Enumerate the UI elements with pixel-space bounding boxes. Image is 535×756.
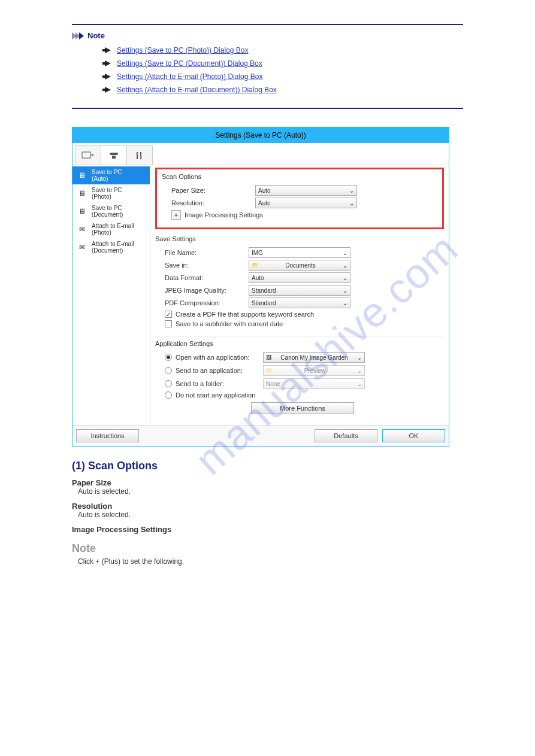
pdf-keyword-label: Create a PDF file that supports keyword … [176, 311, 314, 318]
sidebar-item-sublabel: (Document) [92, 211, 123, 218]
sidebar-item-email-document[interactable]: ✉ Attach to E-mail(Document) [72, 238, 150, 256]
sidebar-item-email-photo[interactable]: ✉ Attach to E-mail(Photo) [72, 220, 150, 238]
pdfcompression-select[interactable]: Standard [249, 297, 350, 308]
mail-icon: ✉ [76, 224, 88, 234]
subfolder-checkbox-row: Save to a subfolder with current date [155, 320, 444, 327]
arrow-right-icon [105, 74, 111, 80]
application-settings-section: Application Settings Open with an applic… [155, 336, 444, 420]
sidebar-item-save-photo[interactable]: 🖥 Save to PC(Photo) [72, 184, 150, 202]
sidebar-item-label: Save to PC [92, 187, 122, 193]
monitor-arrow-icon [81, 151, 95, 160]
defaults-button[interactable]: Defaults [315, 429, 377, 442]
paper-size-heading: Paper Size [72, 478, 463, 487]
sidebar-item-label: Save to PC [92, 169, 122, 175]
sidebar-item-sublabel: (Photo) [92, 229, 134, 236]
paper-size-select[interactable]: Auto [255, 185, 357, 196]
device-icon: 🖥 [76, 171, 88, 180]
device-icon: 🖥 [76, 189, 88, 198]
open-app-select[interactable]: Canon My Image Garden [263, 352, 365, 363]
jpegquality-label: JPEG Image Quality: [165, 287, 249, 294]
sidebar-item-label: Attach to E-mail [92, 241, 134, 247]
note-box: Note Settings (Save to PC (Photo)) Dialo… [72, 24, 463, 109]
open-app-label: Open with an application: [176, 354, 263, 361]
tabs-row [72, 143, 449, 165]
ok-button[interactable]: OK [382, 429, 445, 442]
settings-dialog: Settings (Save to PC (Auto)) 🖥 Save to P… [72, 127, 449, 447]
instructions-button[interactable]: Instructions [76, 429, 139, 442]
resolution-label: Resolution: [171, 199, 255, 207]
note-label: Note [87, 31, 105, 40]
tab-from-panel[interactable] [101, 145, 127, 165]
svg-rect-0 [82, 152, 90, 158]
content-panel: Scan Options Paper Size: Auto Resolution… [150, 165, 449, 425]
section-a-heading: (1) Scan Options [72, 460, 463, 472]
dataformat-select[interactable]: Auto [249, 272, 350, 283]
sidebar-item-label: Save to PC [92, 205, 123, 211]
note-chevron-icon [72, 32, 83, 40]
subfolder-checkbox[interactable] [165, 320, 172, 327]
note-link[interactable]: Settings (Attach to E-mail (Photo)) Dial… [117, 72, 262, 81]
expand-image-processing-button[interactable]: + [171, 210, 181, 220]
filename-input[interactable]: IMG [249, 247, 350, 258]
resolution-heading: Resolution [72, 502, 463, 511]
image-processing-label: Image Processing Settings [185, 211, 263, 218]
send-app-select[interactable]: Preview [263, 365, 365, 376]
note-sub-text: Click + (Plus) to set the following. [78, 557, 463, 566]
sidebar-item-save-auto[interactable]: 🖥 Save to PC(Auto) [72, 166, 150, 184]
paper-size-desc: Auto is selected. [78, 487, 463, 496]
arrow-right-icon [105, 47, 111, 53]
sidebar-item-sublabel: (Photo) [92, 193, 122, 200]
arrow-right-icon [105, 60, 111, 66]
sidebar-item-save-document[interactable]: 🖥 Save to PC(Document) [72, 202, 150, 220]
svg-point-6 [140, 156, 142, 158]
open-app-radio[interactable] [165, 354, 172, 361]
paper-size-label: Paper Size: [171, 187, 255, 194]
subfolder-label: Save to a subfolder with current date [176, 320, 283, 327]
pdf-keyword-checkbox[interactable]: ✓ [165, 311, 172, 318]
scan-options-highlight: Scan Options Paper Size: Auto Resolution… [155, 168, 444, 229]
no-app-label: Do not start any application [176, 391, 255, 399]
send-app-label: Send to an application: [176, 367, 263, 374]
dialog-titlebar: Settings (Save to PC (Auto)) [72, 127, 449, 143]
sidebar: 🖥 Save to PC(Auto) 🖥 Save to PC(Photo) 🖥… [72, 165, 150, 425]
resolution-select[interactable]: Auto [255, 198, 357, 208]
send-app-radio[interactable] [165, 367, 172, 374]
tools-icon [134, 151, 145, 160]
tab-from-computer[interactable] [75, 145, 101, 165]
filename-label: File Name: [165, 249, 249, 256]
send-folder-label: Send to a folder: [176, 380, 263, 387]
note-item: Settings (Attach to E-mail (Photo)) Dial… [105, 72, 463, 81]
dialog-footer: Instructions Defaults OK [72, 425, 449, 446]
no-app-radio[interactable] [165, 391, 172, 399]
svg-rect-1 [110, 153, 118, 155]
jpegquality-select[interactable]: Standard [249, 285, 350, 296]
device-icon: 🖥 [76, 207, 88, 216]
savein-select[interactable]: Documents [249, 260, 350, 271]
arrow-right-icon [105, 87, 111, 93]
dataformat-label: Data Format: [165, 274, 249, 281]
note-link[interactable]: Settings (Attach to E-mail (Document)) D… [117, 86, 277, 94]
note-header: Note [72, 31, 463, 40]
mail-icon: ✉ [76, 242, 88, 252]
savein-label: Save in: [165, 262, 249, 269]
scanner-icon [108, 151, 120, 160]
svg-point-5 [136, 153, 138, 155]
note-list: Settings (Save to PC (Photo)) Dialog Box… [72, 46, 463, 94]
send-folder-select[interactable]: None [263, 378, 365, 389]
note-link[interactable]: Settings (Save to PC (Photo)) Dialog Box [117, 46, 248, 54]
note-item: Settings (Attach to E-mail (Document)) D… [105, 86, 463, 94]
resolution-desc: Auto is selected. [78, 511, 463, 519]
application-settings-title: Application Settings [155, 340, 444, 347]
note-sub-heading: Note [72, 542, 463, 555]
sidebar-item-label: Attach to E-mail [92, 223, 134, 229]
note-link[interactable]: Settings (Save to PC (Document)) Dialog … [117, 59, 262, 68]
tab-general[interactable] [126, 145, 153, 165]
pdf-keyword-checkbox-row: ✓ Create a PDF file that supports keywor… [155, 311, 444, 318]
save-settings-title: Save Settings [155, 235, 444, 242]
note-item: Settings (Save to PC (Photo)) Dialog Box [105, 46, 463, 54]
svg-rect-2 [112, 156, 116, 159]
pdfcompression-label: PDF Compression: [165, 299, 249, 306]
imgproc-heading: Image Processing Settings [72, 525, 463, 534]
send-folder-radio[interactable] [165, 380, 172, 387]
more-functions-button[interactable]: More Functions [251, 402, 354, 414]
